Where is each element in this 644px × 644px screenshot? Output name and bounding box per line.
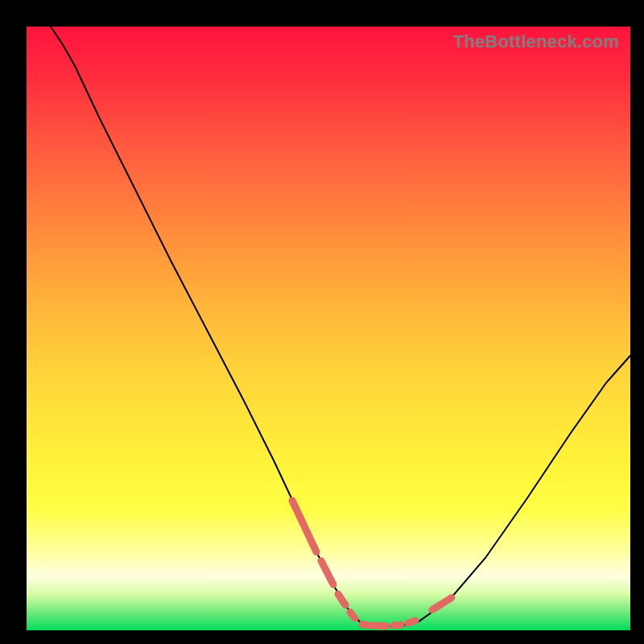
marker-segment <box>350 613 355 619</box>
chart-plot-area: TheBottleneck.com <box>27 27 630 630</box>
marker-segment <box>362 625 369 626</box>
marker-segment <box>374 625 386 626</box>
marker-segment <box>338 594 345 605</box>
chart-svg <box>27 27 630 630</box>
marker-segment <box>394 625 401 625</box>
marker-group <box>292 501 452 626</box>
marker-segment <box>432 598 452 610</box>
marker-segment <box>408 621 415 623</box>
marker-segment <box>292 501 316 552</box>
marker-segment <box>321 561 333 584</box>
series-line <box>51 27 630 626</box>
